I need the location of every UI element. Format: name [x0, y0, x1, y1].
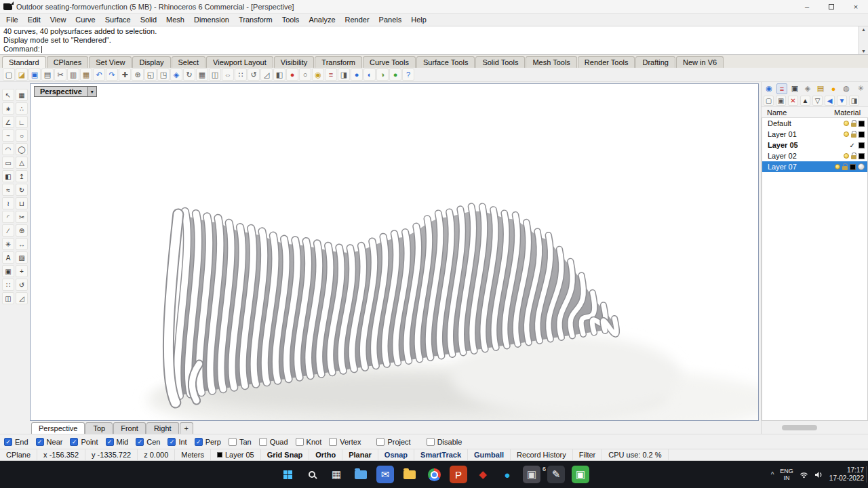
shade-icon[interactable]: ◑ [376, 68, 389, 81]
dimension-tool-icon[interactable]: ↔ [16, 238, 28, 250]
collapse-layers-icon[interactable]: ◀ [825, 96, 835, 106]
redo-icon[interactable]: ↷ [106, 68, 118, 81]
layer-manager-icon[interactable]: ≡ [325, 68, 337, 81]
revolve-tool-icon[interactable]: ↻ [16, 184, 28, 196]
minimize-button[interactable]: – [795, 0, 819, 13]
cpu-use-field[interactable]: CPU use: 0.2 % [602, 449, 668, 460]
zoom-extents-icon[interactable]: ◳ [157, 68, 170, 81]
osnap-int[interactable]: Int [167, 438, 186, 446]
osnap-knot[interactable]: Knot [296, 438, 322, 446]
powerpoint-button[interactable]: P [450, 466, 467, 483]
osnap-checkbox-cen[interactable] [136, 438, 144, 446]
scroll-up-icon[interactable]: ▲ [861, 27, 866, 32]
pen-app-button[interactable]: ✎6 [547, 466, 565, 483]
copy-object-icon[interactable]: ∷ [235, 68, 247, 81]
menu-file[interactable]: File [1, 14, 23, 25]
planar-toggle[interactable]: Planar [342, 449, 378, 460]
layer-visibility-bulb-icon[interactable] [835, 164, 840, 169]
menu-render[interactable]: Render [340, 14, 374, 25]
render-icon[interactable]: ● [351, 68, 363, 81]
notes-button[interactable]: ▣ [523, 466, 540, 483]
osnap-checkbox-end[interactable] [4, 438, 12, 446]
layer-lock-icon[interactable] [842, 166, 848, 170]
osnap-toggle[interactable]: Osnap [378, 449, 414, 460]
layer-lock-icon[interactable] [851, 134, 856, 138]
menu-mesh[interactable]: Mesh [161, 14, 189, 25]
ribbon-tab-new-in-v6[interactable]: New in V6 [676, 56, 724, 68]
file-explorer-button[interactable] [352, 466, 370, 483]
start-button[interactable] [279, 466, 296, 483]
pointcloud-tool-icon[interactable]: ∴ [16, 102, 28, 115]
menu-transform[interactable]: Transform [234, 14, 277, 25]
layer-row[interactable]: Layer 05✓ [762, 140, 867, 150]
filter-layers-icon[interactable]: ▼ [837, 96, 847, 106]
surface-tool-icon[interactable]: ◧ [2, 170, 14, 182]
snip-button[interactable]: ▣ [572, 466, 589, 483]
menu-panels[interactable]: Panels [374, 14, 407, 25]
layer-color-swatch[interactable] [859, 121, 865, 127]
hide-icon[interactable]: ● [286, 68, 298, 81]
osnap-near[interactable]: Near [36, 438, 63, 446]
viewport-tab-top[interactable]: Top [85, 422, 113, 434]
open-file-icon[interactable]: ◪ [16, 68, 28, 81]
line-tool-icon[interactable]: ∠ [2, 116, 14, 128]
viewport-tab-right[interactable]: Right [146, 422, 179, 434]
zoom-selected-icon[interactable]: ◈ [170, 68, 182, 81]
ribbon-tab-transform[interactable]: Transform [315, 56, 362, 68]
split-tool-icon[interactable]: ∕ [2, 224, 14, 237]
selection-filter-icon[interactable]: ▦ [16, 89, 28, 101]
layer-color-swatch[interactable] [850, 164, 856, 170]
move-layer-down-icon[interactable]: ▽ [812, 96, 823, 106]
osnap-checkbox-project[interactable] [376, 438, 384, 446]
mirror-tool-icon[interactable]: ◫ [2, 292, 14, 304]
show-icon[interactable]: ○ [299, 68, 311, 81]
menu-view[interactable]: View [45, 14, 71, 25]
delete-layer-icon[interactable]: ✕ [788, 96, 798, 106]
smarttrack-toggle[interactable]: SmartTrack [414, 449, 468, 460]
print-icon[interactable]: ▤ [41, 68, 54, 81]
osnap-checkbox-knot[interactable] [296, 438, 304, 446]
text-tool-icon[interactable]: A [2, 251, 14, 264]
join-tool-icon[interactable]: ⊕ [16, 224, 28, 237]
menu-surface[interactable]: Surface [100, 14, 136, 25]
osnap-project[interactable]: Project [376, 438, 410, 446]
move-layer-up-icon[interactable]: ▲ [800, 96, 810, 106]
osnap-cen[interactable]: Cen [136, 438, 160, 446]
select-tool-icon[interactable]: ↖ [2, 89, 14, 101]
osnap-checkbox-perp[interactable] [195, 438, 203, 446]
command-prompt[interactable]: Command: [3, 45, 857, 54]
record-history-toggle[interactable]: Record History [511, 449, 573, 460]
active-layer-field[interactable]: Layer 05 [211, 449, 261, 460]
wifi-icon[interactable] [800, 471, 808, 479]
ribbon-tab-drafting[interactable]: Drafting [635, 56, 675, 68]
layer-row[interactable]: Layer 07 [762, 161, 867, 172]
menu-analyze[interactable]: Analyze [304, 14, 340, 25]
zoom-dynamic-icon[interactable]: ⊕ [132, 68, 144, 81]
ortho-toggle[interactable]: Ortho [309, 449, 342, 460]
polygon-tool-icon[interactable]: △ [16, 157, 28, 169]
layer-visibility-bulb-icon[interactable] [844, 153, 849, 159]
layer-color-swatch[interactable] [859, 142, 865, 148]
y-coordinate[interactable]: y -1335.722 [85, 449, 138, 460]
panel-settings-gear-icon[interactable]: ✳ [855, 83, 866, 94]
help-tab-icon[interactable]: ◈ [802, 83, 813, 94]
save-icon[interactable]: ▣ [28, 68, 41, 81]
menu-help[interactable]: Help [406, 14, 431, 25]
layer-row[interactable]: Layer 01 [762, 129, 867, 140]
hatch-tool-icon[interactable]: ▨ [16, 251, 28, 264]
cut-icon[interactable]: ✂ [54, 68, 66, 81]
layer-color-swatch[interactable] [859, 131, 865, 138]
circle-tool-icon[interactable]: ○ [16, 129, 28, 142]
layer-row[interactable]: Default [762, 118, 867, 129]
move-icon[interactable]: ⇔ [222, 68, 234, 81]
scale-tool-icon[interactable]: ◿ [16, 292, 28, 304]
ribbon-tab-set-view[interactable]: Set View [89, 56, 132, 68]
menu-curve[interactable]: Curve [71, 14, 100, 25]
copy-icon[interactable]: ▥ [67, 68, 79, 81]
sweep-tool-icon[interactable]: ≀ [2, 197, 14, 209]
help-icon[interactable]: ? [402, 68, 414, 81]
osnap-checkbox-tan[interactable] [229, 438, 237, 446]
paste-icon[interactable]: ▦ [80, 68, 92, 81]
units-field[interactable]: Meters [175, 449, 211, 460]
curve-tool-icon[interactable]: ~ [2, 129, 14, 142]
